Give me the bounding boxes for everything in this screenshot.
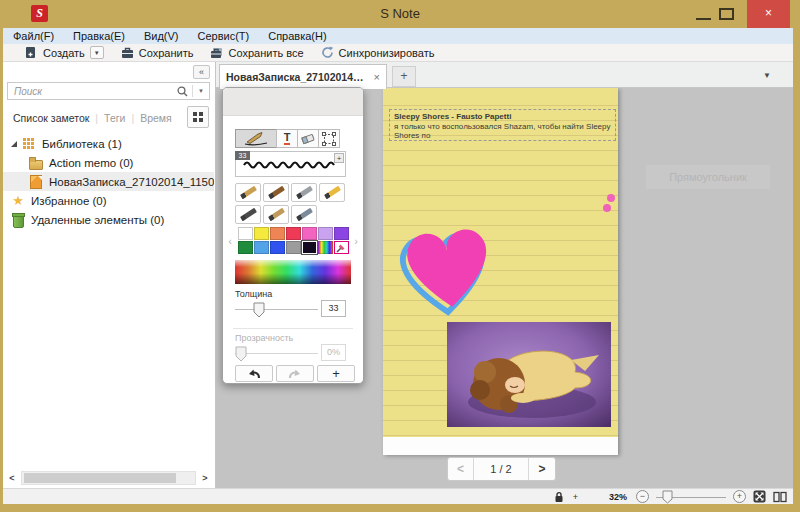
color-swatch[interactable] bbox=[302, 241, 317, 254]
thickness-slider-thumb[interactable] bbox=[253, 302, 265, 318]
zoom-slider-thumb[interactable] bbox=[662, 490, 673, 504]
scrollbar-thumb[interactable] bbox=[24, 473, 176, 483]
grid-view-button[interactable] bbox=[187, 106, 209, 128]
rainbow-swatch[interactable] bbox=[318, 241, 333, 254]
tree-item-library[interactable]: Библиотека (1) bbox=[3, 134, 214, 153]
lock-icon[interactable] bbox=[554, 491, 564, 503]
new-note-button[interactable]: Создать ▼ bbox=[25, 46, 104, 59]
eyedropper-swatch[interactable] bbox=[334, 241, 349, 254]
tree-item-note-file[interactable]: НоваяЗаписка_27102014_115007 bbox=[3, 172, 214, 191]
trash-icon bbox=[11, 213, 25, 226]
scrollbar-track[interactable] bbox=[21, 471, 196, 485]
color-swatch[interactable] bbox=[238, 227, 253, 240]
opacity-label: Прозрачность bbox=[235, 333, 293, 343]
zoom-percentage: 32% bbox=[609, 492, 627, 502]
ballpoint-pen-button[interactable] bbox=[291, 205, 317, 224]
tree-item-trash[interactable]: Удаленные элементы (0) bbox=[3, 210, 214, 229]
add-pen-button[interactable]: + bbox=[317, 365, 355, 382]
search-options-dropdown[interactable]: ▼ bbox=[196, 88, 209, 94]
ink-dot bbox=[607, 194, 615, 202]
maximize-button[interactable] bbox=[719, 8, 734, 20]
tab-list-dropdown[interactable]: ▼ bbox=[763, 71, 771, 80]
expander-icon[interactable] bbox=[11, 141, 17, 147]
note-text-line: имени Fausto Papetti. http://shz.am/t589… bbox=[394, 141, 611, 142]
text-tool-button[interactable]: T bbox=[276, 129, 298, 148]
fit-to-screen-icon[interactable] bbox=[753, 490, 766, 503]
color-swatch[interactable] bbox=[270, 241, 285, 254]
stroke-sample bbox=[242, 159, 342, 171]
menu-item-file[interactable]: Файл(F) bbox=[13, 30, 54, 42]
slider-track[interactable] bbox=[235, 353, 318, 354]
tree-item-label: Библиотека (1) bbox=[42, 138, 122, 150]
tab-close-icon[interactable]: × bbox=[369, 71, 380, 83]
next-page-button[interactable]: > bbox=[528, 458, 555, 480]
note-text-box[interactable]: Sleepy Shores - Fausto Papetti я только … bbox=[389, 109, 616, 141]
swatch-next-button[interactable]: › bbox=[351, 235, 361, 247]
status-bar: + 32% − + bbox=[3, 488, 793, 504]
tree-item-favorites[interactable]: ★Избранное (0) bbox=[3, 191, 214, 210]
ink-brush-button[interactable] bbox=[263, 205, 289, 224]
new-tab-button[interactable]: + bbox=[392, 66, 416, 87]
color-spectrum-picker[interactable] bbox=[235, 260, 351, 284]
sidebar-horizontal-scrollbar[interactable]: < > bbox=[5, 470, 212, 486]
tree-item-action-memo[interactable]: Action memo (0) bbox=[3, 153, 214, 172]
color-swatch[interactable] bbox=[286, 227, 301, 240]
new-note-dropdown[interactable]: ▼ bbox=[90, 46, 104, 59]
zoom-slider[interactable] bbox=[656, 490, 726, 504]
pen-tool-button[interactable] bbox=[235, 129, 277, 148]
color-swatch[interactable] bbox=[254, 241, 269, 254]
minimize-button[interactable] bbox=[696, 18, 711, 20]
sidebar-collapse-button[interactable]: « bbox=[193, 65, 210, 79]
document-tab[interactable]: НоваяЗаписка_27102014_115007.spd* × bbox=[219, 64, 387, 89]
two-page-view-icon[interactable] bbox=[773, 491, 787, 503]
color-swatch[interactable] bbox=[286, 241, 301, 254]
color-swatch[interactable] bbox=[238, 241, 253, 254]
color-swatch[interactable] bbox=[302, 227, 317, 240]
thickness-value[interactable]: 33 bbox=[321, 300, 346, 317]
divider bbox=[233, 328, 353, 329]
menu-item-view[interactable]: Вид(V) bbox=[144, 30, 179, 42]
fountain-pen-button[interactable] bbox=[235, 183, 261, 202]
tree-item-label: Избранное (0) bbox=[31, 195, 107, 207]
palette-drag-handle[interactable] bbox=[223, 88, 363, 116]
redo-button[interactable] bbox=[276, 365, 314, 382]
opacity-slider-thumb[interactable] bbox=[235, 346, 247, 362]
opacity-slider[interactable] bbox=[235, 345, 318, 363]
marker-pen-button[interactable] bbox=[235, 205, 261, 224]
color-swatch[interactable] bbox=[270, 227, 285, 240]
sidebar-tab-time[interactable]: Время bbox=[140, 112, 172, 124]
zoom-in-button[interactable]: + bbox=[733, 490, 746, 503]
color-swatch[interactable] bbox=[254, 227, 269, 240]
color-swatch[interactable] bbox=[334, 227, 349, 240]
save-button[interactable]: Сохранить bbox=[121, 46, 194, 59]
brush-pen-button[interactable] bbox=[263, 183, 289, 202]
document-tab-bar: НоваяЗаписка_27102014_115007.spd* × + ▼ bbox=[216, 62, 793, 88]
sidebar-tab-notes-list[interactable]: Список заметок bbox=[13, 112, 89, 124]
opacity-value[interactable]: 0% bbox=[321, 344, 346, 361]
note-link[interactable]: http://shz.am/t58950793 bbox=[476, 141, 562, 142]
yellow-pencil-button[interactable] bbox=[319, 183, 345, 202]
menu-item-help[interactable]: Справка(H) bbox=[268, 30, 326, 42]
selection-tool-button[interactable] bbox=[318, 129, 340, 148]
slider-track[interactable] bbox=[235, 309, 318, 310]
pencil-button[interactable] bbox=[291, 183, 317, 202]
sync-button[interactable]: Синхронизировать bbox=[321, 46, 435, 59]
eraser-tool-button[interactable] bbox=[297, 129, 319, 148]
thickness-slider[interactable] bbox=[235, 301, 318, 319]
scroll-right-button[interactable]: > bbox=[198, 473, 212, 483]
search-icon[interactable] bbox=[176, 85, 189, 98]
color-swatch[interactable] bbox=[318, 227, 333, 240]
sidebar-tab-tags[interactable]: Теги bbox=[104, 112, 125, 124]
lock-zoom-plus[interactable]: + bbox=[573, 492, 578, 502]
scroll-left-button[interactable]: < bbox=[5, 473, 19, 483]
menu-item-edit[interactable]: Правка(E) bbox=[73, 30, 125, 42]
search-input[interactable] bbox=[8, 86, 176, 97]
swatch-prev-button[interactable]: ‹ bbox=[225, 235, 235, 247]
menu-item-service[interactable]: Сервис(T) bbox=[198, 30, 250, 42]
zoom-out-button[interactable]: − bbox=[636, 490, 649, 503]
undo-button[interactable] bbox=[235, 365, 273, 382]
save-all-button[interactable]: Сохранить все bbox=[210, 46, 303, 59]
page-navigator: < 1 / 2 > bbox=[447, 457, 556, 481]
previous-page-button[interactable]: < bbox=[448, 458, 474, 480]
close-button[interactable]: × bbox=[747, 0, 790, 28]
